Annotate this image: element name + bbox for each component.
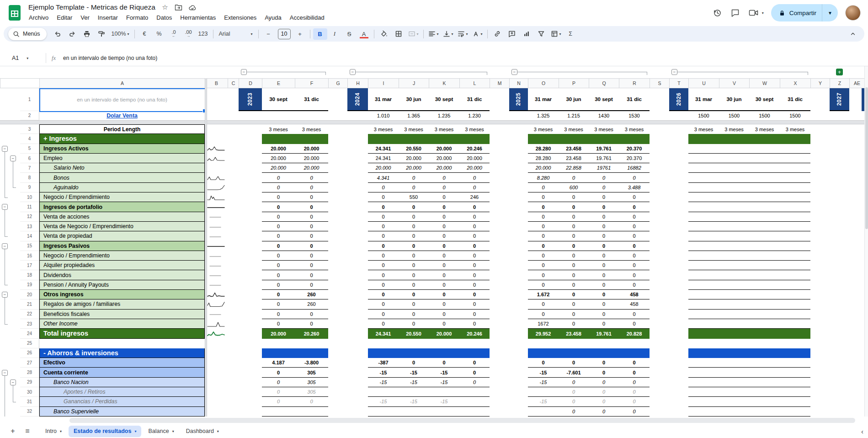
cell-V4[interactable] [719,134,749,144]
cell-M9[interactable] [490,183,509,192]
cell-N6[interactable] [509,154,528,163]
cell-A31[interactable]: Ganancias / Perdidas [39,397,205,406]
cell-G15[interactable] [328,241,347,251]
cell-W18[interactable] [749,270,780,280]
sparkline-cell-B5[interactable] [205,144,228,154]
cell-K12[interactable]: 0 [429,212,459,222]
cell-R8[interactable]: 0 [619,173,650,182]
cell-U4[interactable] [688,134,719,144]
cell-W16[interactable] [749,251,780,261]
cell-K4[interactable] [429,134,459,144]
cell-S28[interactable] [650,368,669,377]
cell-O12[interactable]: 0 [528,212,559,222]
cell-Z25[interactable] [830,339,849,348]
cell-E8[interactable]: 0 [262,173,295,182]
cell-X12[interactable] [780,212,810,222]
cell-R30[interactable]: 0 [619,387,650,397]
cell-Z11[interactable] [830,202,849,212]
cell-I13[interactable]: 0 [368,222,399,231]
cell-C20[interactable] [228,290,239,299]
cell-Y22[interactable] [810,310,830,319]
cell-D12[interactable] [239,212,262,222]
cell-R10[interactable]: 0 [619,192,650,202]
cell-O14[interactable]: 0 [528,231,559,241]
cell-J12[interactable]: 0 [399,212,429,222]
cell-V25[interactable] [719,339,749,348]
cell-AE17[interactable] [849,261,864,270]
cell-I5[interactable]: 24.341 [368,144,399,154]
cell-N16[interactable] [509,251,528,261]
cell-H3[interactable] [347,124,368,134]
cell-F30[interactable]: 305 [295,387,328,397]
cell-AE3[interactable] [849,124,864,134]
cell-X8[interactable] [780,173,810,182]
column-header-N[interactable]: N [510,78,528,88]
cell-Y27[interactable] [810,358,830,368]
cell-Q16[interactable]: 0 [589,251,619,261]
meet-button[interactable]: ▾ [748,7,764,18]
cell-U24[interactable] [688,329,719,338]
row-header-3[interactable]: 3 [20,124,39,134]
cell-AE10[interactable] [849,192,864,202]
cell-M7[interactable] [490,163,509,173]
cell-H16[interactable] [347,251,368,261]
cell-P16[interactable]: 0 [559,251,589,261]
cell-Z32[interactable] [830,407,849,417]
cell-G25[interactable] [328,339,347,348]
cell-S17[interactable] [650,261,669,270]
cell-M26[interactable] [490,348,509,358]
redo-button[interactable] [65,28,80,40]
cell-M30[interactable] [490,387,509,397]
cell-H28[interactable] [347,368,368,377]
cell-V9[interactable] [719,183,749,192]
cell-U30[interactable] [688,387,719,397]
cell-R15[interactable]: 0 [619,241,650,251]
cell-AE18[interactable] [849,270,864,280]
cell-C15[interactable] [228,241,239,251]
cell-K8[interactable]: 0 [429,173,459,182]
cell-Q29[interactable]: 0 [589,378,619,387]
cell-E29[interactable]: 0 [262,378,295,387]
cell-B31[interactable] [205,397,228,406]
cell-Z15[interactable] [830,241,849,251]
column-header-O[interactable]: O [528,78,559,88]
cell-X17[interactable] [780,261,810,270]
cell-J30[interactable] [399,387,429,397]
bold-button[interactable]: B [313,28,327,40]
cell-P12[interactable]: 0 [559,212,589,222]
cell-W3[interactable]: 3 meses [749,124,780,134]
cell-S16[interactable] [650,251,669,261]
cell-C31[interactable] [228,397,239,406]
cell-I10[interactable]: 0 [368,192,399,202]
cell-S9[interactable] [650,183,669,192]
cell-V16[interactable] [719,251,749,261]
cell-N9[interactable] [509,183,528,192]
cell-E11[interactable]: 0 [262,202,295,212]
cell-R26[interactable] [619,348,650,358]
cell-D17[interactable] [239,261,262,270]
cell-X20[interactable] [780,290,810,299]
cell-H29[interactable] [347,378,368,387]
cell-O19[interactable]: 0 [528,280,559,290]
menu-accesibilidad[interactable]: Accesibilidad [286,13,329,22]
cell-Q22[interactable]: 0 [589,310,619,319]
cell-U25[interactable] [688,339,719,348]
cell-O6[interactable]: 28.280 [528,154,559,163]
cell-W27[interactable] [749,358,780,368]
cell-M24[interactable] [490,329,509,338]
cell-AE22[interactable] [849,310,864,319]
cell-S5[interactable] [650,144,669,154]
cell-F5[interactable]: 20.000 [295,144,328,154]
cell-X16[interactable] [780,251,810,261]
zoom-control[interactable]: 100% ▾ [109,31,132,37]
cell-S21[interactable] [650,299,669,309]
formula-input[interactable]: en un intervalo de tiempo (no una foto) [63,55,157,61]
cell-F14[interactable]: 0 [295,231,328,241]
cell-T19[interactable] [669,280,688,290]
cell-Y2[interactable] [810,111,830,120]
cell-R3[interactable]: 3 meses [619,124,650,134]
cell-X27[interactable] [780,358,810,368]
menu-ver[interactable]: Ver [76,13,94,22]
cell-T23[interactable] [669,319,688,329]
percent-format-button[interactable]: % [152,28,166,40]
